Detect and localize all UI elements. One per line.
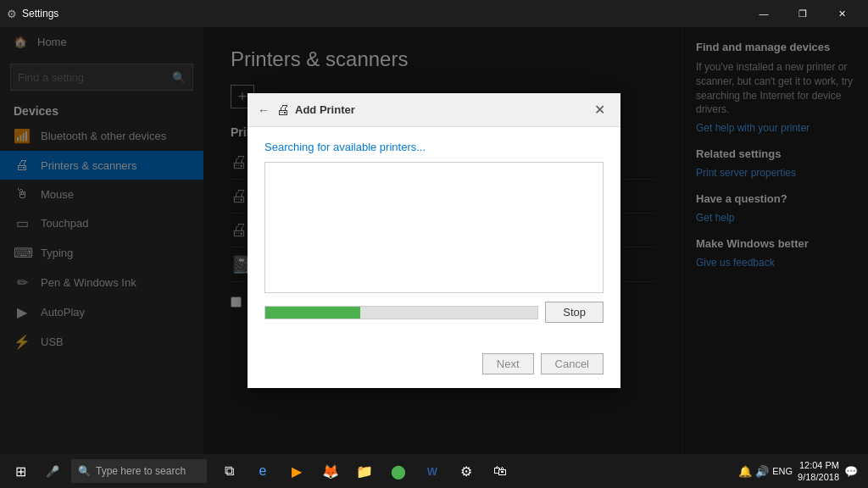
notification-icon[interactable]: 💬: [844, 465, 858, 478]
titlebar-title: Settings: [22, 8, 744, 19]
next-button[interactable]: Next: [482, 353, 534, 374]
lang-indicator: ENG: [772, 466, 793, 476]
date-display: 9/18/2018: [798, 471, 839, 483]
settings-taskbar-icon[interactable]: ⚙: [451, 454, 481, 488]
taskview-icon[interactable]: ⧉: [214, 454, 244, 488]
taskbar-tray: 🔔 🔊 ENG 12:04 PM 9/18/2018 💬: [738, 459, 865, 484]
add-printer-modal: ← 🖨 Add Printer ✕ Searching for availabl…: [248, 93, 620, 388]
explorer-icon[interactable]: 📁: [349, 454, 380, 488]
modal-overlay: ← 🖨 Add Printer ✕ Searching for availabl…: [0, 27, 868, 454]
network-icon[interactable]: 🔔: [738, 465, 752, 478]
progress-bar-track: [264, 306, 538, 319]
settings-icon: ⚙: [7, 8, 17, 20]
taskbar-search-button[interactable]: 🎤: [37, 454, 68, 488]
vlc-icon[interactable]: ▶: [281, 454, 312, 488]
chrome-icon[interactable]: ⬤: [383, 454, 414, 488]
modal-back-button[interactable]: ←: [258, 103, 270, 117]
modal-titlebar: ← 🖨 Add Printer ✕: [248, 93, 620, 127]
modal-title: Add Printer: [295, 103, 589, 116]
modal-printer-icon: 🖨: [276, 103, 290, 118]
edge-icon[interactable]: e: [248, 454, 278, 488]
word-icon[interactable]: W: [417, 454, 448, 488]
time-display: 12:04 PM: [798, 459, 839, 471]
taskbar-search-box[interactable]: 🔍 Type here to search: [71, 459, 207, 483]
taskbar: ⊞ 🎤 🔍 Type here to search ⧉ e ▶ 🦊 📁 ⬤ W …: [0, 454, 868, 488]
volume-icon[interactable]: 🔊: [755, 465, 769, 478]
cancel-button[interactable]: Cancel: [541, 353, 604, 374]
window-controls: — ❐ ✕: [744, 0, 861, 27]
searching-text: Searching for available printers...: [264, 141, 604, 153]
system-clock[interactable]: 12:04 PM 9/18/2018: [798, 459, 839, 484]
firefox-icon[interactable]: 🦊: [315, 454, 346, 488]
microphone-icon: 🎤: [46, 465, 59, 478]
modal-close-button[interactable]: ✕: [589, 100, 610, 119]
taskbar-search-icon: 🔍: [78, 465, 91, 477]
minimize-button[interactable]: —: [744, 0, 783, 27]
tray-icons: 🔔 🔊 ENG: [738, 465, 793, 478]
store-icon[interactable]: 🛍: [485, 454, 515, 488]
stop-button[interactable]: Stop: [545, 302, 604, 323]
restore-button[interactable]: ❐: [783, 0, 822, 27]
modal-body: Searching for available printers... Stop: [248, 127, 620, 347]
taskbar-app-icons: ⧉ e ▶ 🦊 📁 ⬤ W ⚙ 🛍: [214, 454, 515, 488]
search-results-box: [264, 162, 604, 293]
progress-bar-fill: [265, 307, 360, 319]
start-button[interactable]: ⊞: [3, 454, 37, 488]
taskbar-search-label: Type here to search: [96, 465, 186, 477]
modal-footer: Next Cancel: [248, 347, 620, 388]
progress-row: Stop: [264, 302, 604, 323]
close-button[interactable]: ✕: [822, 0, 861, 27]
titlebar: ⚙ Settings — ❐ ✕: [0, 0, 868, 27]
